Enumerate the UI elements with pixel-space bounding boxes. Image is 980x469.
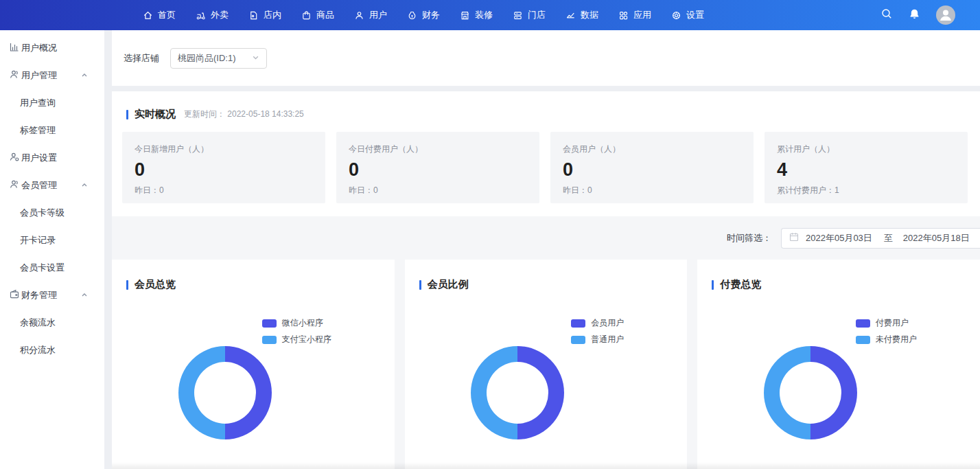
legend-label: 未付费用户: [876, 334, 917, 345]
nav-item-delivery[interactable]: 外卖: [196, 9, 229, 21]
sidebar-item-member-card-settings[interactable]: 会员卡设置: [0, 254, 104, 282]
chevron-up-icon: [81, 71, 88, 81]
user-gear-icon: [9, 152, 20, 165]
nav-item-goods[interactable]: 商品: [301, 9, 334, 21]
legend-label: 微信小程序: [282, 317, 323, 329]
sidebar: 用户概况 用户管理 用户查询 标签管理 用户设置 会员管理 会员卡等级 开卡记录: [0, 30, 104, 469]
sidebar-item-label: 财务管理: [21, 289, 57, 301]
sidebar-item-label: 用户设置: [21, 152, 57, 164]
notifications-bell-icon[interactable]: [909, 8, 920, 23]
delivery-icon: [196, 10, 206, 21]
nav-item-label: 用户: [369, 9, 387, 21]
legend-item[interactable]: 微信小程序: [262, 317, 331, 329]
nav-item-instore[interactable]: 店内: [248, 9, 281, 21]
legend-item[interactable]: 未付费用户: [856, 334, 917, 345]
start-date[interactable]: 2022年05月03日: [806, 232, 872, 244]
store-select-dropdown[interactable]: 桃园尚品(ID:1): [170, 48, 267, 69]
end-date[interactable]: 2022年05月18日: [903, 232, 970, 244]
nav-item-finance[interactable]: 财务: [407, 9, 440, 21]
branch-icon: [513, 10, 523, 21]
legend-label: 支付宝小程序: [282, 334, 331, 345]
sidebar-item-label: 会员卡等级: [20, 207, 65, 219]
nav-item-data[interactable]: 数据: [565, 9, 598, 21]
sidebar-item-member-card-level[interactable]: 会员卡等级: [0, 199, 104, 227]
user-icon: [354, 10, 364, 21]
realtime-header: 实时概况 更新时间： 2022-05-18 14:33:25: [112, 91, 980, 121]
nav-item-user[interactable]: 用户: [354, 9, 387, 21]
decorate-icon: [460, 10, 470, 21]
stat-label: 累计用户（人）: [777, 144, 968, 155]
sidebar-item-user-overview[interactable]: 用户概况: [0, 34, 104, 62]
sidebar-item-user-query[interactable]: 用户查询: [0, 89, 104, 117]
sidebar-item-user-settings[interactable]: 用户设置: [0, 144, 104, 172]
nav-item-home[interactable]: 首页: [143, 9, 176, 21]
update-time: 更新时间： 2022-05-18 14:33:25: [184, 108, 304, 120]
sidebar-item-tag-management[interactable]: 标签管理: [0, 117, 104, 144]
store-select-value: 桃园尚品(ID:1): [178, 52, 252, 65]
stat-card-paid-users-today: 今日付费用户（人） 0 昨日：0: [336, 132, 539, 203]
chart-header: 付费总览: [697, 260, 980, 291]
update-time-label: 更新时间：: [184, 109, 225, 119]
search-icon[interactable]: [880, 8, 893, 23]
legend-label: 会员用户: [591, 317, 624, 329]
stat-value: 0: [349, 161, 539, 179]
sidebar-item-card-open-records[interactable]: 开卡记录: [0, 227, 104, 254]
chevron-up-icon: [81, 181, 88, 191]
home-icon: [143, 10, 153, 21]
date-range-picker[interactable]: 2022年05月03日 至 2022年05月18日: [781, 228, 980, 249]
lower-section: 时间筛选： 2022年05月03日 至 2022年05月18日 会员总览: [112, 216, 980, 469]
chart-title: 会员总览: [135, 278, 176, 291]
nav-item-decorate[interactable]: 装修: [460, 9, 493, 21]
stat-label: 会员用户（人）: [563, 144, 754, 155]
legend-swatch: [262, 336, 277, 344]
goods-icon: [301, 10, 312, 21]
legend-item[interactable]: 普通用户: [571, 334, 624, 345]
chevron-up-icon: [81, 290, 88, 301]
top-navbar: 首页 外卖 店内 商品 用户 财务 装修 门店: [0, 0, 980, 30]
title-marker: [712, 280, 714, 290]
time-filter-row: 时间筛选： 2022年05月03日 至 2022年05月18日: [112, 216, 980, 260]
nav-item-label: 首页: [158, 9, 176, 21]
chart-card-member-overview: 会员总览 微信小程序 支付宝小程序: [112, 260, 395, 469]
bar-chart-icon: [9, 42, 20, 55]
nav-item-label: 商品: [316, 9, 334, 21]
donut-chart-member-overview[interactable]: [178, 346, 272, 439]
legend-label: 付费用户: [876, 317, 909, 329]
nav-item-label: 外卖: [211, 9, 229, 21]
sidebar-item-balance-flow[interactable]: 余额流水: [0, 309, 104, 336]
realtime-overview-section: 实时概况 更新时间： 2022-05-18 14:33:25 今日新增用户（人）…: [112, 91, 980, 216]
stats-row: 今日新增用户（人） 0 昨日：0 今日付费用户（人） 0 昨日：0 会员用户（人…: [112, 121, 980, 203]
stat-sub: 昨日：0: [349, 185, 539, 196]
chevron-down-icon: [252, 53, 259, 63]
users-icon: [9, 179, 20, 192]
sidebar-group-user-management[interactable]: 用户管理: [0, 62, 104, 89]
sidebar-item-label: 会员卡设置: [20, 262, 65, 274]
stat-value: 0: [563, 161, 754, 179]
legend-swatch: [856, 336, 870, 344]
chart-legend: 付费用户 未付费用户: [856, 317, 917, 350]
legend-item[interactable]: 会员用户: [571, 317, 624, 329]
nav-item-branch[interactable]: 门店: [513, 9, 546, 21]
sidebar-item-label: 用户概况: [21, 42, 57, 54]
nav-item-label: 设置: [686, 9, 704, 21]
sidebar-group-finance-management[interactable]: 财务管理: [0, 282, 104, 309]
wallet-icon: [9, 289, 20, 302]
stat-card-total-users: 累计用户（人） 4 累计付费用户：1: [765, 132, 968, 203]
nav-item-label: 财务: [422, 9, 440, 21]
sidebar-item-points-flow[interactable]: 积分流水: [0, 336, 104, 364]
stat-card-new-users-today: 今日新增用户（人） 0 昨日：0: [122, 132, 325, 203]
nav-item-apps[interactable]: 应用: [618, 9, 651, 21]
nav-item-label: 门店: [528, 9, 546, 21]
user-avatar[interactable]: [936, 5, 955, 25]
stat-sub: 昨日：0: [563, 185, 754, 196]
legend-item[interactable]: 支付宝小程序: [262, 334, 331, 345]
sidebar-group-member-management[interactable]: 会员管理: [0, 172, 104, 199]
finance-icon: [407, 10, 417, 21]
nav-item-settings[interactable]: 设置: [671, 9, 704, 21]
sidebar-item-label: 积分流水: [20, 344, 56, 356]
donut-chart-member-ratio[interactable]: [471, 346, 564, 439]
legend-item[interactable]: 付费用户: [856, 317, 917, 329]
chart-legend: 微信小程序 支付宝小程序: [262, 317, 331, 350]
store-select-label: 选择店铺: [124, 52, 159, 65]
donut-chart-payment-overview[interactable]: [764, 346, 857, 439]
